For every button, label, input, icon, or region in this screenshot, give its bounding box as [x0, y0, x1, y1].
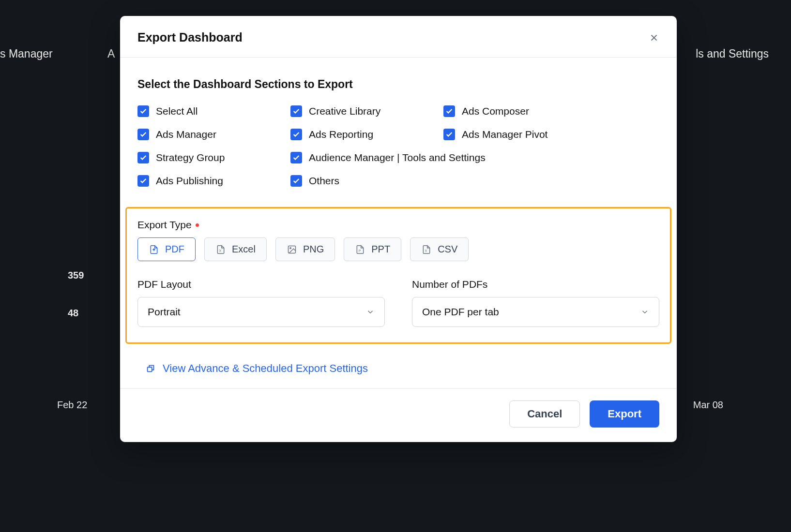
checkbox-label: Ads Manager Pivot — [462, 129, 548, 140]
checkbox-strategy-group[interactable]: Strategy Group — [137, 152, 290, 163]
checkbox-label: Strategy Group — [156, 152, 225, 163]
select-value: One PDF per tab — [422, 306, 499, 318]
ppt-icon: P — [355, 244, 365, 255]
export-type-csv[interactable]: X CSV — [410, 237, 469, 261]
advanced-link-text: View Advance & Scheduled Export Settings — [163, 362, 368, 375]
export-type-label-text: Excel — [232, 244, 256, 255]
bg-nav-text: ls and Settings — [696, 47, 769, 60]
checkbox-ads-reporting[interactable]: Ads Reporting — [290, 129, 443, 140]
chevron-down-icon — [640, 308, 649, 316]
export-type-label-text: PPT — [371, 244, 390, 255]
checkbox-icon — [443, 105, 455, 117]
checkbox-icon — [443, 129, 455, 140]
checkbox-icon — [290, 175, 302, 187]
checkbox-icon — [137, 175, 149, 187]
modal-header: Export Dashboard — [120, 16, 677, 58]
modal-body: Select the Dashboard Sections to Export … — [120, 58, 677, 388]
external-icon — [145, 363, 156, 374]
checkbox-ads-manager-pivot[interactable]: Ads Manager Pivot — [443, 129, 596, 140]
checkbox-label: Ads Publishing — [156, 175, 223, 187]
bg-value: 48 — [68, 308, 78, 319]
checkbox-audience-manager[interactable]: Audience Manager | Tools and Settings — [290, 152, 596, 163]
bg-nav-text: A — [107, 47, 115, 60]
checkbox-label: Ads Reporting — [309, 129, 373, 140]
select-value: Portrait — [148, 306, 181, 318]
svg-point-2 — [290, 247, 291, 248]
bg-value: 359 — [68, 270, 84, 281]
export-type-label-text: CSV — [438, 244, 457, 255]
checkbox-icon — [137, 129, 149, 140]
checkbox-others[interactable]: Others — [290, 175, 443, 187]
checkbox-label: Creative Library — [309, 105, 380, 117]
export-dashboard-modal: Export Dashboard Select the Dashboard Se… — [120, 16, 677, 442]
checkbox-label: Audience Manager | Tools and Settings — [309, 152, 486, 163]
checkbox-ads-composer[interactable]: Ads Composer — [443, 105, 596, 117]
checkbox-icon — [137, 105, 149, 117]
modal-title: Export Dashboard — [137, 30, 243, 44]
export-type-label: Export Type — [137, 219, 659, 231]
checkbox-ads-publishing[interactable]: Ads Publishing — [137, 175, 290, 187]
checkbox-label: Select All — [156, 105, 198, 117]
csv-icon: X — [421, 244, 432, 255]
excel-icon: X — [215, 244, 226, 255]
pdf-options-row: PDF Layout Portrait Number of PDFs One P… — [137, 279, 659, 327]
image-icon — [287, 244, 297, 255]
chevron-down-icon — [366, 308, 375, 316]
checkbox-label: Ads Composer — [462, 105, 529, 117]
export-type-ppt[interactable]: P PPT — [344, 237, 401, 261]
export-type-excel[interactable]: X Excel — [204, 237, 267, 261]
checkbox-select-all[interactable]: Select All — [137, 105, 290, 117]
bg-date: Mar 08 — [693, 399, 723, 411]
export-settings-highlight: Export Type PDF X Excel PNG P PP — [125, 207, 671, 344]
checkbox-label: Others — [309, 175, 339, 187]
svg-rect-5 — [148, 367, 152, 371]
required-indicator — [196, 223, 199, 227]
cancel-button[interactable]: Cancel — [509, 400, 580, 428]
export-type-options: PDF X Excel PNG P PPT X CSV — [137, 237, 659, 261]
export-type-label-text: PDF — [165, 244, 184, 255]
pdf-layout-label: PDF Layout — [137, 279, 385, 290]
checkbox-ads-manager[interactable]: Ads Manager — [137, 129, 290, 140]
bg-nav-text: s Manager — [0, 47, 53, 60]
checkbox-icon — [290, 152, 302, 163]
num-pdfs-select[interactable]: One PDF per tab — [412, 297, 659, 327]
close-button[interactable] — [649, 32, 659, 43]
close-icon — [649, 32, 659, 43]
export-type-png[interactable]: PNG — [275, 237, 335, 261]
modal-footer: Cancel Export — [120, 388, 677, 442]
checkbox-label: Ads Manager — [156, 129, 216, 140]
export-type-pdf[interactable]: PDF — [137, 237, 196, 261]
checkbox-icon — [290, 105, 302, 117]
pdf-layout-select[interactable]: Portrait — [137, 297, 385, 327]
sections-checkbox-grid: Select All Creative Library Ads Composer… — [137, 105, 659, 187]
svg-text:X: X — [425, 249, 427, 252]
checkbox-icon — [290, 129, 302, 140]
svg-text:X: X — [219, 249, 222, 252]
advanced-settings-link[interactable]: View Advance & Scheduled Export Settings — [137, 362, 659, 375]
pdf-icon — [149, 244, 159, 255]
export-type-label-text: PNG — [303, 244, 324, 255]
sections-heading: Select the Dashboard Sections to Export — [137, 78, 659, 91]
checkbox-creative-library[interactable]: Creative Library — [290, 105, 443, 117]
checkbox-icon — [137, 152, 149, 163]
num-pdfs-label: Number of PDFs — [412, 279, 659, 290]
export-button[interactable]: Export — [590, 400, 659, 428]
svg-text:P: P — [359, 249, 361, 252]
bg-date: Feb 22 — [57, 399, 87, 411]
